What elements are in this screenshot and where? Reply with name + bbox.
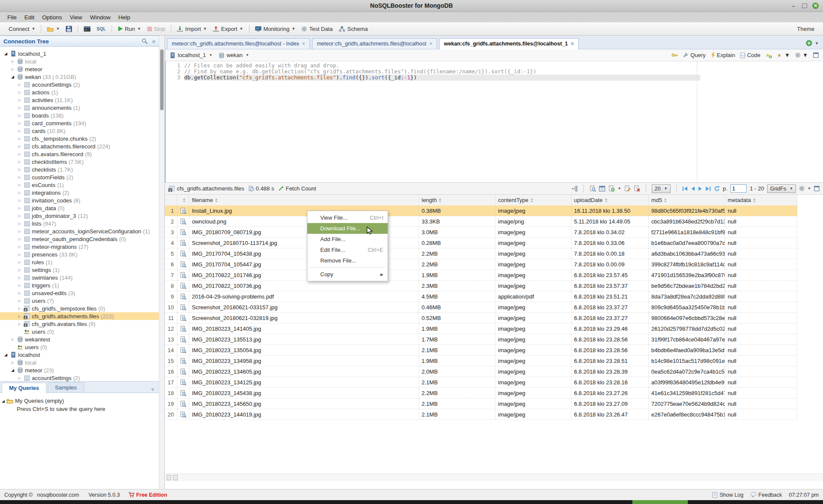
cell-metadata[interactable]: null — [725, 409, 797, 420]
cell-contentType[interactable]: image/jpeg — [495, 313, 571, 323]
page-input[interactable] — [730, 184, 747, 193]
refresh-icon[interactable] — [714, 186, 720, 192]
tree-item-localhost[interactable]: ◢localhost — [0, 351, 159, 359]
cell-md5[interactable]: 26120d25798778dd7d2d5c02735 — [649, 323, 725, 334]
expand-arrow-icon[interactable]: ▷ — [16, 268, 23, 272]
tree-item-wekan[interactable]: ◢wekan(33 | 0.21GB) — [0, 73, 159, 81]
fetch-count-link[interactable]: Fetch Count — [285, 185, 316, 192]
tree-item-meteor_oauth_pendingCredentials[interactable]: ▷meteor_oauth_pendingCredentials(0) — [0, 235, 159, 243]
close-tab-icon[interactable]: × — [571, 41, 574, 47]
preview-file-icon[interactable] — [177, 238, 189, 248]
view-mode-select[interactable]: GridFs▼ — [767, 184, 796, 193]
expand-arrow-icon[interactable]: ▷ — [16, 183, 23, 187]
expand-arrow-icon[interactable]: ▷ — [16, 253, 23, 257]
cell-contentType[interactable]: image/jpeg — [495, 356, 571, 366]
cell-metadata[interactable]: null — [725, 270, 797, 281]
grid-header-preview[interactable] — [177, 195, 189, 206]
tree-item-meteor[interactable]: ◢meteor(23) — [0, 366, 159, 374]
cell-contentType[interactable]: image/jpeg — [495, 227, 571, 238]
cell-metadata[interactable]: null — [725, 216, 797, 227]
cell-md5[interactable]: 41e61c341259b891f281c5d47f05 — [649, 388, 725, 398]
editor-line-3[interactable]: 3db.getCollection("cfs_gridfs.attachment… — [166, 75, 823, 81]
preview-file-icon[interactable] — [177, 334, 189, 345]
preview-file-icon[interactable] — [177, 205, 189, 216]
connect-button[interactable]: Connect▼ — [3, 24, 38, 33]
collapse-arrow-icon[interactable]: ◢ — [9, 368, 16, 372]
expand-arrow-icon[interactable]: ▷ — [16, 307, 23, 311]
preview-file-icon[interactable] — [177, 313, 189, 323]
preview-file-icon[interactable] — [177, 409, 189, 420]
cell-uploadDate[interactable]: 6.8.2018 klo 23.28.51 — [571, 356, 649, 366]
tab-meteor[interactable]: meteor:cfs_gridfs.attachments.files@loca… — [312, 38, 437, 49]
results-settings-caret[interactable]: ▼ — [808, 187, 811, 190]
cell-md5[interactable]: a6d3babc1063bba473a66c93315 — [649, 248, 725, 259]
cell-uploadDate[interactable]: 7.8.2018 klo 0.33.06 — [571, 238, 649, 248]
site-link[interactable]: nosqlbooster.com — [37, 492, 79, 498]
expand-arrow-icon[interactable]: ▷ — [16, 114, 23, 118]
preview-file-icon[interactable] — [177, 398, 189, 409]
expand-arrow-icon[interactable]: ▷ — [16, 314, 23, 318]
tree-item-jobs_data[interactable]: ▷jobs_data(0) — [0, 204, 159, 212]
table-row[interactable]: 16IMG_20180223_134605.jpg2.0MBimage/jpeg… — [165, 366, 823, 377]
menu-item-add-file[interactable]: Add File... — [307, 234, 388, 244]
preview-file-icon[interactable] — [177, 281, 189, 291]
cell-uploadDate[interactable]: 6.8.2018 klo 23.57.37 — [571, 281, 649, 291]
cell-length[interactable]: 1.9MB — [419, 270, 495, 281]
cell-uploadDate[interactable]: 6.8.2018 klo 23.37.27 — [571, 313, 649, 323]
cell-uploadDate[interactable]: 6.8.2018 klo 23.28.39 — [571, 366, 649, 377]
cell-contentType[interactable]: image/jpeg — [495, 398, 571, 409]
expand-arrow-icon[interactable]: ▷ — [16, 191, 23, 195]
cell-metadata[interactable]: null — [725, 205, 797, 216]
visualize-icon[interactable] — [571, 186, 578, 192]
tree-item-checklists[interactable]: ▷checklists(1.7K) — [0, 166, 159, 173]
cell-filename[interactable]: IMG_20180223_134605.jpg — [189, 366, 419, 377]
export-button[interactable]: Export▼ — [210, 24, 246, 33]
sidebar-scrollbar[interactable] — [159, 36, 164, 489]
preview-file-icon[interactable] — [177, 366, 189, 377]
preview-file-icon[interactable] — [177, 302, 189, 313]
cell-uploadDate[interactable]: 5.11.2018 klo 14.49.05 — [571, 216, 649, 227]
show-log-button[interactable]: Show Log — [712, 492, 744, 498]
view-options-button[interactable]: ▼ — [795, 52, 808, 58]
menu-options[interactable]: Options — [38, 14, 66, 21]
table-row[interactable]: 19IMG_20180223_145650.jpg2.1MBimage/jpeg… — [165, 398, 823, 409]
code-button[interactable]: </>Code — [740, 52, 760, 58]
cell-contentType[interactable]: image/jpeg — [495, 409, 571, 420]
expand-arrow-icon[interactable]: ▷ — [16, 175, 23, 179]
schema-button[interactable]: Schema — [336, 24, 371, 33]
cell-metadata[interactable]: null — [725, 313, 797, 323]
expand-arrow-icon[interactable]: ▷ — [16, 199, 23, 202]
table-row[interactable]: 20IMG_20180223_144019.jpg2.1MBimage/jpeg… — [165, 409, 823, 420]
menu-help[interactable]: Help — [115, 14, 134, 21]
tree-item-integrations[interactable]: ▷integrations(2) — [0, 189, 159, 196]
page-size-select[interactable]: 20▼ — [652, 184, 671, 193]
grid-bottom-bar[interactable] — [165, 474, 823, 481]
tree-item-accountSettings[interactable]: ▷accountSettings(2) — [0, 81, 159, 88]
tree-item-cfs_gridfs.avatars.files[interactable]: ▷cfs_gridfs.avatars.files(9) — [0, 320, 159, 328]
table-row[interactable]: 7IMG_20170822_101746.jpg1.9MBimage/jpeg6… — [165, 270, 823, 281]
cell-contentType[interactable]: image/jpeg — [495, 366, 571, 377]
preview-file-icon[interactable] — [177, 323, 189, 334]
tree-item-meteor-migrations[interactable]: ▷meteor-migrations(27) — [0, 243, 159, 250]
cell-uploadDate[interactable]: 6.8.2018 klo 23.57.45 — [571, 270, 649, 281]
cell-metadata[interactable]: null — [725, 227, 797, 238]
cell-contentType[interactable]: image/png — [495, 216, 571, 227]
table-view-icon[interactable] — [599, 186, 605, 192]
tree-item-announcements[interactable]: ▷announcements(1) — [0, 104, 159, 112]
grid-header-filename[interactable]: filename — [189, 195, 419, 206]
tree-item-lists[interactable]: ▷lists(947) — [0, 220, 159, 227]
cell-metadata[interactable]: null — [725, 281, 797, 291]
grid-header-md5[interactable]: md5 — [649, 195, 725, 206]
add-document-caret[interactable]: ▼ — [618, 187, 621, 190]
expand-arrow-icon[interactable]: ▷ — [9, 60, 16, 63]
tab-wekan-active[interactable]: wekan:cfs_gridfs.attachments.files@local… — [439, 38, 579, 49]
cell-contentType[interactable]: image/jpeg — [495, 248, 571, 259]
expand-arrow-icon[interactable]: ▷ — [16, 214, 23, 218]
table-row[interactable]: 92016-04-29-solving-problems.pdf4.5MBapp… — [165, 291, 823, 302]
tree-item-cfs.avatars.filerecord[interactable]: ▷cfs.avatars.filerecord(9) — [0, 150, 159, 158]
tree-item-card_comments[interactable]: ▷card_comments(194) — [0, 119, 159, 127]
monitoring-button[interactable]: Monitoring▼ — [252, 24, 299, 33]
add-tab-icon[interactable] — [806, 40, 812, 46]
expand-arrow-icon[interactable]: ▷ — [16, 284, 23, 287]
cell-metadata[interactable]: null — [725, 238, 797, 248]
